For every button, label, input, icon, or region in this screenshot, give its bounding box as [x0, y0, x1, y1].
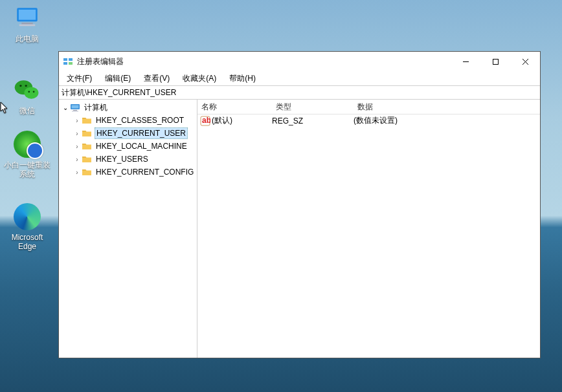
folder-icon	[82, 115, 92, 125]
desktop-icon-label: 微信	[3, 105, 52, 116]
titlebar[interactable]: 注册表编辑器	[59, 52, 540, 71]
svg-point-7	[25, 85, 27, 87]
menubar: 文件(F) 编辑(E) 查看(V) 收藏夹(A) 帮助(H)	[59, 71, 540, 85]
col-type[interactable]: 类型	[272, 100, 354, 114]
chevron-right-icon[interactable]: ›	[73, 143, 81, 150]
svg-point-9	[33, 91, 35, 93]
menu-file[interactable]: 文件(F)	[62, 72, 97, 85]
svg-rect-3	[19, 25, 36, 27]
edge-icon	[13, 202, 41, 231]
desktop-icon-wechat[interactable]: 微信	[3, 76, 52, 116]
list-rows: ab(默认)REG_SZ(数值未设置)	[197, 114, 540, 358]
value-list: 名称 类型 数据 ab(默认)REG_SZ(数值未设置)	[197, 100, 540, 358]
chevron-right-icon[interactable]: ›	[73, 117, 81, 124]
svg-rect-10	[63, 58, 67, 61]
registry-tree[interactable]: ⌄计算机›HKEY_CLASSES_ROOT›HKEY_CURRENT_USER…	[59, 100, 197, 358]
col-name[interactable]: 名称	[197, 100, 272, 114]
tree-item-hkey-current-user[interactable]: ›HKEY_CURRENT_USER	[59, 127, 197, 140]
wechat-icon	[13, 76, 41, 104]
desktop-icon-this-pc[interactable]: 此电脑	[3, 4, 52, 44]
desktop-icon-edge[interactable]: Microsoft Edge	[3, 202, 52, 252]
desktop-icon-label: Microsoft Edge	[3, 232, 52, 252]
string-value-icon: ab	[200, 116, 210, 126]
computer-icon	[70, 102, 80, 113]
svg-rect-21	[72, 111, 78, 111]
list-header: 名称 类型 数据	[197, 100, 540, 114]
window-title: 注册表编辑器	[77, 56, 451, 67]
tree-item-hkey-local-machine[interactable]: ›HKEY_LOCAL_MACHINE	[59, 140, 197, 153]
svg-point-6	[19, 85, 21, 87]
svg-rect-20	[73, 110, 77, 111]
tree-label: 计算机	[83, 102, 109, 114]
tree-label: HKEY_CURRENT_CONFIG	[95, 167, 195, 177]
svg-rect-19	[72, 105, 79, 109]
desktop-icon-label: 此电脑	[3, 34, 52, 44]
value-name: (默认)	[212, 115, 272, 126]
maximize-button[interactable]	[480, 52, 510, 71]
window-body: ⌄计算机›HKEY_CLASSES_ROOT›HKEY_CURRENT_USER…	[59, 100, 540, 358]
tree-root[interactable]: ⌄计算机	[59, 101, 197, 114]
svg-rect-15	[493, 59, 498, 64]
folder-icon	[82, 167, 92, 177]
value-type: REG_SZ	[272, 116, 354, 125]
col-data[interactable]: 数据	[354, 100, 540, 114]
svg-rect-12	[63, 62, 67, 65]
folder-icon	[82, 154, 92, 164]
chevron-right-icon[interactable]: ›	[73, 156, 81, 163]
folder-icon	[82, 128, 92, 138]
address-input[interactable]	[62, 88, 537, 97]
xiaobai-icon	[13, 130, 41, 158]
close-button[interactable]	[510, 52, 540, 71]
tree-item-hkey-users[interactable]: ›HKEY_USERS	[59, 153, 197, 166]
menu-favorites[interactable]: 收藏夹(A)	[177, 72, 221, 85]
svg-point-5	[24, 87, 38, 98]
tree-label: HKEY_CLASSES_ROOT	[95, 115, 185, 125]
regedit-window: 注册表编辑器 文件(F) 编辑(E) 查看(V) 收藏夹(A) 帮助(H) ⌄计…	[58, 51, 541, 358]
regedit-app-icon	[63, 56, 73, 67]
value-data: (数值未设置)	[354, 115, 540, 126]
tree-item-hkey-classes-root[interactable]: ›HKEY_CLASSES_ROOT	[59, 114, 197, 127]
computer-icon	[13, 4, 41, 32]
svg-rect-11	[69, 58, 73, 61]
desktop-icon-label: 小白一键重装系统	[3, 160, 52, 179]
menu-edit[interactable]: 编辑(E)	[100, 72, 136, 85]
chevron-right-icon[interactable]: ›	[73, 130, 81, 137]
svg-rect-1	[19, 10, 36, 20]
value-row[interactable]: ab(默认)REG_SZ(数值未设置)	[197, 114, 540, 127]
chevron-right-icon[interactable]: ›	[73, 169, 81, 176]
menu-view[interactable]: 查看(V)	[139, 72, 175, 85]
window-controls	[451, 52, 540, 71]
tree-label: HKEY_LOCAL_MACHINE	[95, 141, 188, 151]
tree-label: HKEY_CURRENT_USER	[95, 127, 188, 139]
folder-icon	[82, 141, 92, 151]
menu-help[interactable]: 帮助(H)	[224, 72, 261, 85]
minimize-button[interactable]	[451, 52, 480, 71]
desktop: 此电脑 微信 小白一键重装系统 Microsoft Edge 注册表编辑器	[0, 0, 562, 392]
svg-text:ab: ab	[202, 116, 210, 125]
chevron-down-icon[interactable]: ⌄	[62, 104, 69, 111]
svg-rect-2	[21, 23, 33, 25]
svg-point-8	[28, 91, 30, 93]
desktop-icon-xiaobai[interactable]: 小白一键重装系统	[3, 130, 52, 179]
tree-item-hkey-current-config[interactable]: ›HKEY_CURRENT_CONFIG	[59, 166, 197, 179]
svg-rect-13	[69, 62, 73, 65]
tree-label: HKEY_USERS	[95, 154, 150, 164]
address-bar	[59, 85, 540, 100]
